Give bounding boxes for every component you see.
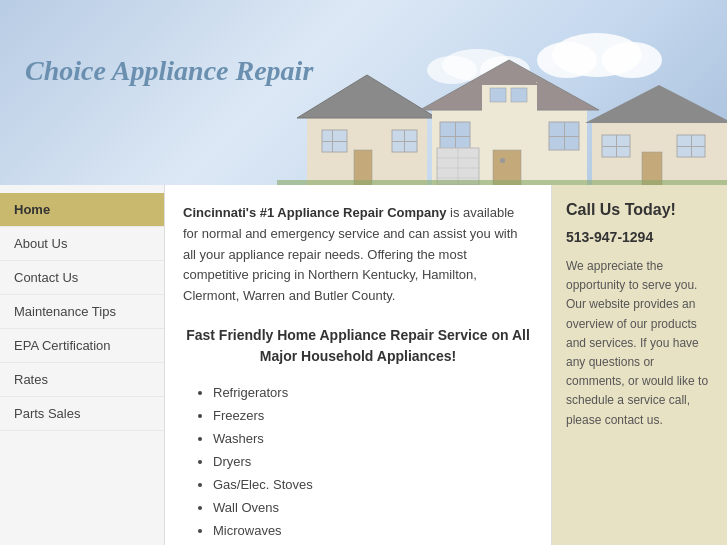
svg-point-4 [427,56,477,84]
sidebar-item-about-us[interactable]: About Us [0,227,164,261]
right-panel: Call Us Today! 513-947-1294 We appreciat… [552,185,727,545]
site-title: Choice Appliance Repair [25,55,313,87]
list-item: Refrigerators [213,381,533,404]
sidebar-item-contact-us[interactable]: Contact Us [0,261,164,295]
svg-marker-7 [297,75,437,118]
sidebar-item-maintenance-tips[interactable]: Maintenance Tips [0,295,164,329]
svg-rect-21 [490,88,506,102]
service-heading-line2: Major Household Appliances! [260,348,456,364]
svg-point-1 [537,42,597,78]
call-heading: Call Us Today! [566,201,713,219]
call-body-text: We appreciate the opportunity to serve y… [566,257,713,430]
sidebar-item-epa-certification[interactable]: EPA Certification [0,329,164,363]
list-item: Wall Ovens [213,496,533,519]
svg-point-2 [602,42,662,78]
svg-rect-15 [354,150,372,185]
house-illustration [277,30,727,185]
sidebar: Home About Us Contact Us Maintenance Tip… [0,185,165,545]
site-header: Choice Appliance Repair [0,0,727,185]
svg-rect-30 [500,158,505,163]
svg-rect-25 [440,136,470,137]
list-item: Microwaves [213,519,533,542]
list-item: Freezers [213,404,533,427]
svg-marker-37 [585,85,727,123]
svg-rect-11 [322,141,347,142]
phone-number: 513-947-1294 [566,229,713,245]
list-item: Gas/Elec. Stoves [213,473,533,496]
service-heading-line1: Fast Friendly Home Appliance Repair Serv… [186,327,530,343]
list-item: Washers [213,427,533,450]
svg-rect-14 [392,141,417,142]
svg-rect-28 [549,136,579,137]
sidebar-item-home[interactable]: Home [0,193,164,227]
intro-paragraph: Cincinnati's #1 Appliance Repair Company… [183,203,533,307]
sidebar-item-rates[interactable]: Rates [0,363,164,397]
svg-rect-40 [602,146,630,147]
intro-bold: Cincinnati's #1 Appliance Repair Company [183,205,446,220]
svg-rect-43 [677,146,705,147]
svg-rect-29 [493,150,521,185]
sidebar-item-parts-sales[interactable]: Parts Sales [0,397,164,431]
svg-rect-22 [511,88,527,102]
main-content: Cincinnati's #1 Appliance Repair Company… [165,185,552,545]
svg-rect-45 [277,180,727,185]
appliance-list: Refrigerators Freezers Washers Dryers Ga… [183,381,533,545]
list-item: Dryers [213,450,533,473]
service-heading: Fast Friendly Home Appliance Repair Serv… [183,325,533,367]
main-wrapper: Home About Us Contact Us Maintenance Tip… [0,185,727,545]
